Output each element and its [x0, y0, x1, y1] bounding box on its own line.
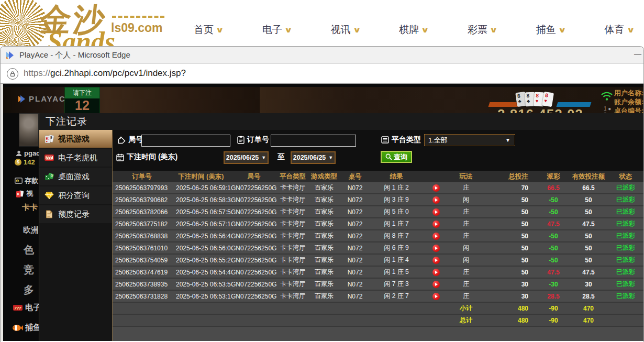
cell-platform: 卡卡湾厅 [277, 244, 308, 252]
order-no-input[interactable] [271, 135, 356, 147]
user-info-labels: 用户名称: 账户余额: 桌台编号: [614, 89, 643, 115]
sidebar-item-额度记录[interactable]: 额度记录 [39, 205, 112, 223]
cell-total-bet: 50 [482, 220, 537, 228]
play-button-icon[interactable] [432, 245, 440, 252]
person-icon [16, 150, 22, 157]
cell-replay[interactable] [423, 233, 450, 240]
cell-replay[interactable] [423, 184, 450, 192]
hall-item[interactable]: 色 [24, 243, 34, 257]
cell-bet-time: 2025-06-25 06:53:57 [171, 281, 231, 288]
hall-item[interactable]: 多 [24, 283, 34, 297]
sidebar-item-积分查询[interactable]: 积分查询 [39, 186, 112, 204]
nav-item-彩票[interactable]: 彩票∨ [468, 23, 496, 37]
subtotal-label: 小计 [450, 304, 482, 313]
sidebar-item-桌面游戏[interactable]: Q桌面游戏 [39, 168, 112, 185]
svg-text:777: 777 [46, 156, 52, 159]
cell-result: 闲 2 庄 7 [370, 292, 423, 301]
browser-titlebar[interactable]: PlayAce - 个人 - Microsoft Edge — [1, 47, 643, 64]
play-button-icon[interactable] [432, 257, 440, 264]
bet-records-table: 订单号下注时间 (美东)局号平台类型游戏类型桌号结果玩法总投注派彩有效投注额状态… [113, 171, 643, 341]
cell-round-no: GN072256250GM [231, 245, 277, 252]
bet-prompt: 请下注 [65, 87, 99, 98]
cell-replay[interactable] [423, 245, 450, 252]
cell-round-no: GN072256250GQ [231, 196, 277, 204]
cell-play-type: 庄 [450, 219, 482, 228]
play-button-icon[interactable] [432, 208, 440, 216]
table-header-cell: 有效投注额 [570, 172, 607, 181]
play-button-icon[interactable] [432, 220, 440, 228]
deposit-item[interactable]: $ 存款 [15, 176, 38, 185]
tag-icon [118, 136, 126, 144]
sidebar-item-视讯游戏[interactable]: 9K♥视讯游戏 [39, 130, 112, 148]
subtotal-valid-bet: 470 [570, 305, 607, 312]
platform-type-select[interactable]: 1.全部 ▼ [424, 134, 515, 146]
nav-item-label: 彩票 [468, 23, 487, 37]
nav-item-棋牌[interactable]: 棋牌∨ [399, 23, 428, 37]
date-to-value: 2025/06/25 [293, 154, 326, 161]
cell-valid-bet: 50 [570, 245, 607, 252]
cell-order-no: 250625063782066 [113, 208, 171, 216]
browser-urlbar[interactable]: https://gci.2hhapi.com/pc/pcv1/index.jsp… [1, 64, 643, 84]
table-filler [113, 327, 643, 341]
cell-replay[interactable] [423, 220, 450, 228]
lobby-fishing-item[interactable]: 捕鱼 [12, 323, 39, 333]
search-button[interactable]: 查询 [381, 151, 412, 163]
lobby-video-item[interactable]: K 视 [16, 189, 33, 198]
cell-order-no: 250625063768838 [113, 233, 171, 240]
play-button-icon[interactable] [432, 196, 440, 204]
hall-item[interactable]: 竞 [24, 263, 34, 277]
hall-item[interactable]: 欧洲 [23, 225, 39, 235]
cell-replay[interactable] [423, 257, 450, 264]
status-badge: 已派彩 [607, 292, 643, 301]
date-from-select[interactable]: 2025/06/25▼ [224, 151, 269, 164]
cell-replay[interactable] [423, 269, 450, 276]
cell-order-no: 250625063738935 [113, 281, 171, 288]
play-button-icon[interactable] [432, 184, 440, 192]
hall-item-active[interactable]: 卡卡 [22, 203, 38, 213]
cell-replay[interactable] [423, 281, 450, 288]
minimize-button[interactable]: — [633, 50, 642, 58]
nav-item-捕鱼[interactable]: 捕鱼∨ [536, 23, 565, 37]
play-button-icon[interactable] [432, 293, 440, 300]
cell-play-type: 庄 [450, 280, 482, 289]
modal-menu: 9K♥视讯游戏777电子老虎机Q桌面游戏积分查询额度记录 [39, 130, 113, 341]
nav-item-首页[interactable]: 首页∨ [194, 23, 223, 37]
cell-table-no: N072 [340, 196, 370, 204]
nav-item-视讯[interactable]: 视讯∨ [331, 23, 360, 37]
play-button-icon[interactable] [432, 281, 440, 288]
url-text[interactable]: https://gci.2hhapi.com/pc/pcv1/index.jsp… [24, 68, 186, 79]
sidebar-item-电子老虎机[interactable]: 777电子老虎机 [39, 149, 112, 167]
cell-replay[interactable] [423, 293, 450, 300]
table-header-cell: 桌号 [340, 172, 370, 181]
play-button-icon[interactable] [432, 233, 440, 240]
cell-replay[interactable] [423, 208, 450, 216]
svg-text:777: 777 [14, 306, 21, 311]
subtotal-row: 小计480-90470 [113, 303, 643, 315]
nav-item-电子[interactable]: 电子∨ [262, 23, 291, 37]
date-from-value: 2025/06/25 [226, 154, 259, 161]
screen: 金沙 ls09.com Sands 首页∨电子∨视讯∨棋牌∨彩票∨捕鱼∨体育∨ … [0, 0, 644, 342]
nav-item-体育[interactable]: 体育∨ [605, 23, 634, 37]
cell-payout: 47.5 [537, 269, 570, 276]
avatar[interactable] [19, 113, 39, 147]
lobby-username-row: pgac [16, 149, 39, 157]
play-button-icon[interactable] [432, 269, 440, 276]
chevron-down-icon: ∨ [216, 26, 224, 34]
status-badge: 已派彩 [607, 280, 643, 289]
list-icon [381, 136, 389, 144]
round-no-input[interactable] [141, 135, 230, 147]
cell-round-no: GN072256250GP [231, 208, 277, 216]
cell-payout: 47.5 [537, 220, 570, 228]
cell-replay[interactable] [423, 196, 450, 204]
playing-card: 8♥ [542, 92, 554, 107]
video-cards-icon: 9K♥ [44, 134, 54, 144]
table-header-cell: 总投注 [482, 172, 537, 181]
date-to-select[interactable]: 2025/06/25▼ [291, 151, 336, 164]
lobby-slots-item[interactable]: 777 电子 [13, 303, 39, 313]
lock-icon[interactable] [7, 68, 18, 80]
cell-total-bet: 70 [482, 184, 537, 192]
logo-script: Sands [47, 26, 115, 46]
cell-round-no: GN072256250GI [231, 293, 277, 300]
card-rank: 8 [536, 93, 539, 98]
window-title: PlayAce - 个人 - Microsoft Edge [19, 50, 130, 60]
